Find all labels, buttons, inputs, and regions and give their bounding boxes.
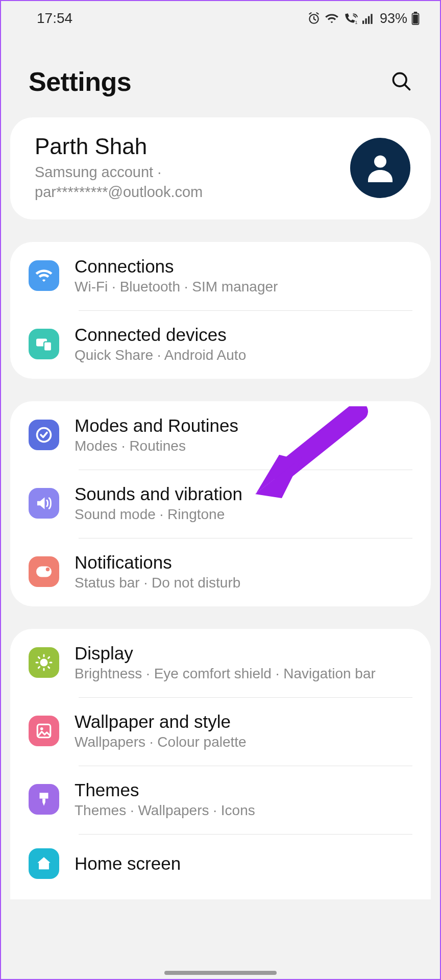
wifi-icon — [325, 12, 339, 24]
settings-item-display[interactable]: Display Brightness · Eye comfort shield … — [10, 629, 431, 697]
page-title: Settings — [29, 66, 131, 97]
svg-rect-3 — [365, 18, 366, 24]
svg-rect-15 — [36, 567, 52, 577]
settings-item-connected-devices[interactable]: Connected devices Quick Share · Android … — [10, 310, 431, 379]
svg-text:1: 1 — [355, 20, 358, 24]
search-icon — [390, 86, 412, 94]
item-title: Sounds and vibration — [75, 484, 242, 504]
item-title: Wallpaper and style — [75, 712, 247, 732]
battery-icon — [411, 12, 420, 25]
svg-point-17 — [40, 659, 48, 667]
svg-line-25 — [48, 657, 50, 658]
item-title: Themes — [75, 780, 255, 800]
svg-rect-8 — [413, 14, 418, 23]
svg-rect-5 — [371, 14, 372, 24]
status-bar: 17:54 1 93% — [1, 1, 440, 36]
settings-item-wallpaper-style[interactable]: Wallpaper and style Wallpapers · Colour … — [10, 697, 431, 766]
item-title: Modes and Routines — [75, 415, 238, 436]
item-title: Connections — [75, 256, 278, 277]
settings-group-3: Display Brightness · Eye comfort shield … — [10, 629, 431, 899]
person-icon — [362, 149, 399, 187]
page-header: Settings — [1, 36, 440, 117]
item-subtitle: Modes · Routines — [75, 438, 238, 454]
wifi-icon — [35, 268, 53, 283]
item-subtitle: Status bar · Do not disturb — [75, 575, 240, 591]
svg-line-22 — [38, 657, 39, 658]
svg-point-11 — [374, 156, 386, 168]
home-indicator[interactable] — [164, 971, 277, 975]
settings-item-modes-routines[interactable]: Modes and Routines Modes · Routines — [10, 401, 431, 470]
account-card[interactable]: Parth Shah Samsung account · par********… — [10, 117, 431, 219]
signal-icon — [362, 13, 375, 24]
home-icon — [35, 855, 53, 872]
item-subtitle: Sound mode · Ringtone — [75, 506, 242, 523]
svg-line-10 — [405, 85, 409, 89]
settings-item-themes[interactable]: Themes Themes · Wallpapers · Icons — [10, 766, 431, 834]
brightness-icon — [35, 653, 53, 672]
devices-icon — [35, 336, 53, 352]
svg-rect-2 — [362, 20, 364, 24]
settings-group-1: Connections Wi-Fi · Bluetooth · SIM mana… — [10, 242, 431, 379]
item-title: Connected devices — [75, 325, 246, 345]
item-title: Notifications — [75, 552, 240, 573]
wifi-calling-icon: 1 — [343, 12, 358, 24]
settings-item-sounds-vibration[interactable]: Sounds and vibration Sound mode · Ringto… — [10, 470, 431, 538]
brush-icon — [35, 791, 53, 808]
item-subtitle: Wi-Fi · Bluetooth · SIM manager — [75, 279, 278, 295]
account-subtitle: Samsung account · par*********@outlook.c… — [35, 162, 321, 202]
svg-point-27 — [40, 727, 43, 730]
item-subtitle: Brightness · Eye comfort shield · Naviga… — [75, 666, 376, 682]
notification-icon — [35, 564, 53, 579]
svg-point-16 — [46, 568, 50, 572]
svg-rect-13 — [44, 342, 52, 351]
routines-icon — [35, 426, 53, 444]
status-icons: 1 93% — [307, 11, 420, 27]
item-title: Display — [75, 643, 376, 664]
settings-item-home-screen[interactable]: Home screen — [10, 834, 431, 894]
svg-line-24 — [38, 667, 39, 668]
search-button[interactable] — [387, 67, 415, 97]
settings-item-notifications[interactable]: Notifications Status bar · Do not distur… — [10, 538, 431, 606]
svg-rect-4 — [368, 16, 370, 24]
avatar — [350, 138, 410, 198]
item-subtitle: Themes · Wallpapers · Icons — [75, 802, 255, 819]
svg-line-23 — [48, 667, 50, 668]
item-subtitle: Wallpapers · Colour palette — [75, 734, 247, 750]
image-icon — [35, 722, 53, 740]
item-subtitle: Quick Share · Android Auto — [75, 347, 246, 363]
item-title: Home screen — [75, 853, 181, 874]
settings-item-connections[interactable]: Connections Wi-Fi · Bluetooth · SIM mana… — [10, 242, 431, 310]
sound-icon — [35, 495, 53, 511]
battery-percent: 93% — [380, 11, 407, 27]
account-name: Parth Shah — [35, 134, 321, 159]
settings-group-2: Modes and Routines Modes · Routines Soun… — [10, 401, 431, 606]
alarm-icon — [307, 12, 321, 25]
status-time: 17:54 — [37, 10, 72, 27]
